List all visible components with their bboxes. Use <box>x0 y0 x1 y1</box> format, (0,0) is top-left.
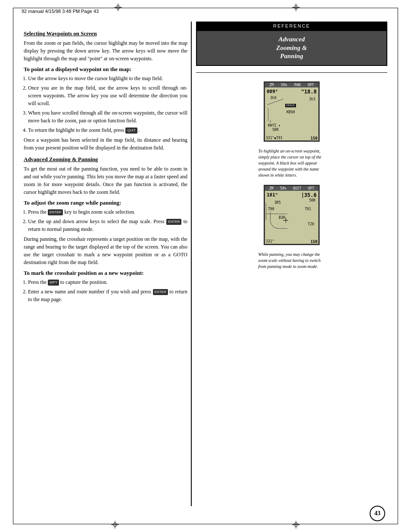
point-at-waypoint-subheading: To point at a displayed waypoint on the … <box>24 66 187 73</box>
adjust-zoom-list: Press the ENTER key to begin zoom scale … <box>28 208 187 233</box>
screen2-bar-opt: OPT <box>308 187 314 190</box>
screen2-50r: 50R <box>309 199 315 202</box>
selecting-waypoints-heading: Selecting Waypoints on Screen <box>24 30 187 37</box>
page-border-right <box>398 8 398 524</box>
zoom-step-2: Use the up and down arrow keys to select… <box>28 218 187 233</box>
screen1-3h3: 3h3 <box>309 97 315 101</box>
wpt-key: WPT <box>48 280 59 286</box>
page-number: 43 <box>370 506 385 521</box>
advanced-zooming-intro: To get the most out of the panning funct… <box>24 165 187 196</box>
screen1-bar-pct: 50% <box>281 83 287 87</box>
screen1-bar-opt: OPT <box>308 83 314 87</box>
screen1-content: 009° "18.8 3h9 KRAUS KBSH ↗ KHYI + 50R <box>265 87 318 139</box>
screen1-waypoint-kraus: KRAUS <box>285 104 296 107</box>
right-col-separator-1 <box>196 72 387 73</box>
page-border-top <box>13 8 398 8</box>
screen1-waypoint-kbsh: KBSH <box>286 110 295 114</box>
page-header: 92 manual 4/15/98 3:48 PM Page 43 <box>22 9 389 14</box>
screen2-caption: While panning, you may change the zoom s… <box>258 252 325 270</box>
screen1-scale: 150 <box>311 136 318 140</box>
screen1-map-line-2 <box>268 108 268 121</box>
mark-crosshair-subheading: To mark the crosshair position as a new … <box>24 270 187 277</box>
enter-key-2: ENTER <box>166 219 181 225</box>
main-content: Selecting Waypoints on Screen From the z… <box>24 22 387 510</box>
screen2-t90: T90 <box>268 207 274 211</box>
screen2-bar-quit: QUIT <box>293 187 301 190</box>
header-text: 92 manual 4/15/98 3:48 PM Page 43 <box>22 9 99 14</box>
screen2-data-row: 181° |35.6 <box>266 192 318 199</box>
screen1-bar-pan: PAN <box>294 83 300 87</box>
screen1-bar-zm: ZM <box>269 83 274 87</box>
title-line2: Zooming & <box>200 44 383 53</box>
reg-mark-bottom-right <box>292 521 300 529</box>
title-line3: Panning <box>200 52 383 61</box>
screen2-bottom-row: 331° 150 <box>266 240 318 244</box>
screen2-bar-pct: 50% <box>280 187 286 190</box>
enter-key-3: ENTER <box>153 289 168 295</box>
screen1-arrow: ↗ <box>269 119 271 123</box>
screen1-data-row: 009° "18.8 <box>266 88 318 95</box>
screen1-bearing: 331°◆T91 <box>266 136 283 140</box>
screen1-50r: 50R <box>272 128 278 132</box>
screen1-bottom-row: 331°◆T91 150 <box>266 136 318 140</box>
screen2-bar-zm: ZM <box>269 187 274 190</box>
reference-label: Reference <box>196 22 387 30</box>
point-at-waypoint-list: Use the arrow keys to move the cursor hi… <box>28 75 187 134</box>
screen1-distance: "18.8 <box>301 89 317 95</box>
gps-screen-1: ZM 50% PAN OPT 009° "18.8 3h9 KRAUS KBSH <box>264 81 320 142</box>
step-1: Use the arrow keys to move the cursor hi… <box>28 75 187 82</box>
advanced-zooming-section: Advanced Zooming & Panning To get the mo… <box>24 156 187 303</box>
screen2-map-line-1 <box>266 203 266 220</box>
left-column: Selecting Waypoints on Screen From the z… <box>24 22 187 510</box>
after-steps-text: Once a waypoint has been selected in the… <box>24 136 187 152</box>
reg-mark-bottom-left <box>111 521 119 529</box>
panning-description: During panning, the crosshair represents… <box>24 235 187 266</box>
screen2-3r5: 3R5 <box>274 201 280 205</box>
screen2-content: 181° |35.6 50R 3R5 T90 T91 B3R <box>265 191 318 243</box>
enter-key-1: ENTER <box>48 209 63 215</box>
step-4: To return the highlight to the zoom fiel… <box>28 126 187 134</box>
screen1-heading: 009° <box>267 89 278 95</box>
page-border-bottom <box>13 524 398 524</box>
page-border-left <box>13 8 13 524</box>
screen1-caption: To highlight an on-screen waypoint, simp… <box>258 148 325 178</box>
mark-step-1: Press the WPT to capture the position. <box>28 278 187 286</box>
screen2-map-area: 50R 3R5 T90 T91 B3R T20 331° <box>266 199 318 244</box>
right-column: Reference Advanced Zooming & Panning ZM … <box>196 22 387 510</box>
selecting-waypoints-section: Selecting Waypoints on Screen From the z… <box>24 30 187 152</box>
screen2-scale: 150 <box>311 240 318 244</box>
quit-key: QUIT <box>125 128 137 134</box>
screen1-top-bar: ZM 50% PAN OPT <box>265 83 318 87</box>
screen2-distance: |35.6 <box>301 192 317 198</box>
screen2-curve <box>270 212 287 229</box>
mark-crosshair-list: Press the WPT to capture the position. E… <box>28 278 187 303</box>
screen2-top-bar: ZM 50% QUIT OPT <box>265 186 318 191</box>
screen1-sub-num: 3h9 <box>270 96 276 100</box>
advanced-zooming-heading: Advanced Zooming & Panning <box>24 156 187 163</box>
screen2-bearing: 331° <box>266 240 274 244</box>
step-2: Once you are in the map field, use the a… <box>28 84 187 107</box>
screen2-heading: 181° <box>267 192 278 198</box>
screen2-t91: T91 <box>305 207 311 211</box>
screen1-map-area: 3h9 KRAUS KBSH ↗ KHYI + 50R 331°◆T91 150 <box>266 95 318 140</box>
step-3: When you have scrolled through all the o… <box>28 109 187 124</box>
screen2-t20: T20 <box>308 222 314 226</box>
title-box: Advanced Zooming & Panning <box>196 30 387 66</box>
title-line1: Advanced <box>200 35 383 44</box>
mark-step-2: Enter a new name and route number if you… <box>28 288 187 303</box>
selecting-waypoints-intro: From the zoom or pan fields, the cursor … <box>24 39 187 62</box>
screen1-khyi: KHYI + <box>268 124 280 128</box>
gps-screen-2: ZM 50% QUIT OPT 181° |35.6 50R 3R5 T90 T… <box>264 185 320 245</box>
adjust-zoom-subheading: To adjust the zoom range while panning: <box>24 199 187 206</box>
zoom-step-1: Press the ENTER key to begin zoom scale … <box>28 208 187 216</box>
